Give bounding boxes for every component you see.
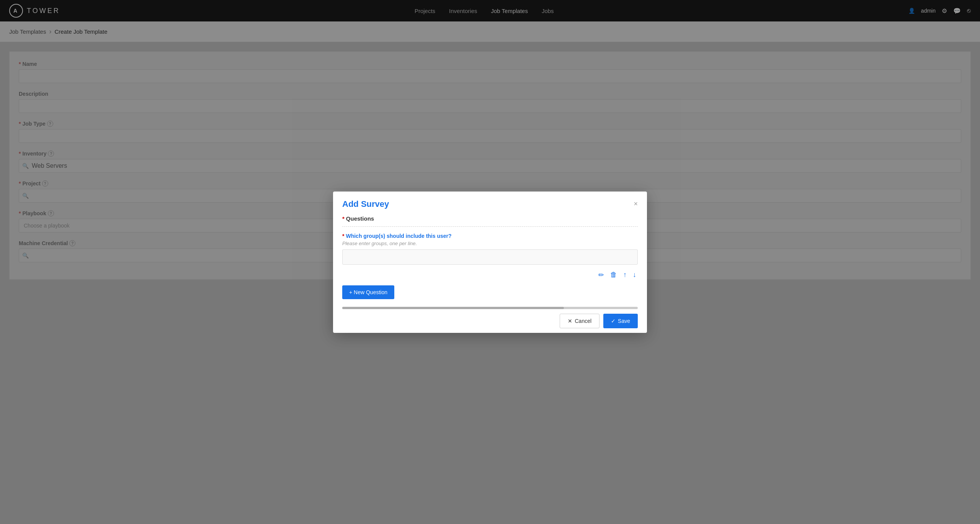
section-divider [342,226,638,227]
questions-required: * [342,215,345,222]
cancel-button[interactable]: ✕ Cancel [560,314,599,328]
add-survey-modal: Add Survey × * Questions * Which group(s… [333,192,647,333]
question-answer-input[interactable]: users [342,249,638,265]
modal-scrollbar-area [333,305,647,309]
edit-question-icon[interactable]: ✏ [597,269,606,281]
question-label-text: Which group(s) should include this user? [346,233,451,239]
modal-close-button[interactable]: × [634,200,638,208]
question-item: * Which group(s) should include this use… [342,233,638,281]
question-label: * Which group(s) should include this use… [342,233,638,239]
modal-overlay: Add Survey × * Questions * Which group(s… [0,0,980,524]
save-button[interactable]: ✓ Save [603,314,638,328]
move-up-icon[interactable]: ↑ [622,269,628,281]
cancel-label: Cancel [575,318,591,324]
questions-section-header: * Questions [342,215,638,222]
question-required: * [342,233,344,239]
move-down-icon[interactable]: ↓ [631,269,638,281]
modal-body[interactable]: * Questions * Which group(s) should incl… [333,215,647,305]
delete-question-icon[interactable]: 🗑 [609,269,619,281]
questions-label: Questions [346,215,374,222]
cancel-icon: ✕ [568,318,572,324]
save-icon: ✓ [611,318,616,324]
question-actions: ✏ 🗑 ↑ ↓ [342,269,638,281]
question-hint: Please enter groups, one per line. [342,241,638,246]
modal-title: Add Survey [342,199,389,209]
save-label: Save [618,318,630,324]
modal-footer: ✕ Cancel ✓ Save [333,309,647,333]
modal-header: Add Survey × [333,192,647,215]
new-question-button[interactable]: + New Question [342,285,394,299]
